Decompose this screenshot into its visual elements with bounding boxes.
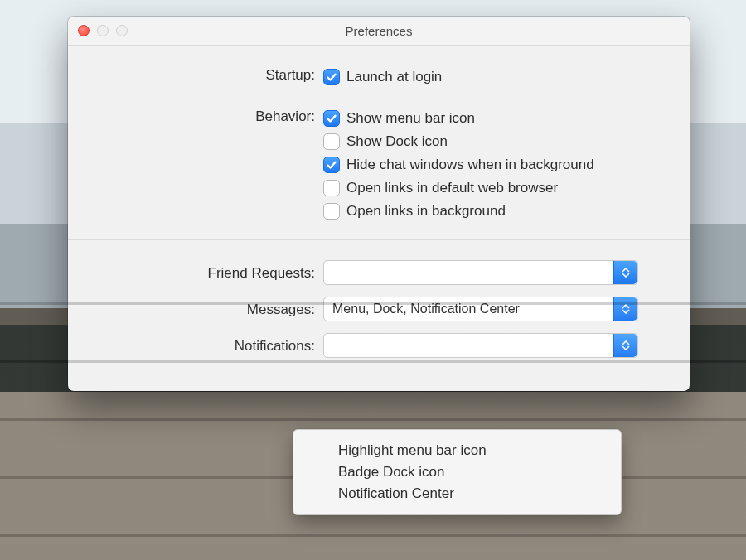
notifications-row: Notifications:: [99, 333, 658, 358]
hide-chat-windows-label: Hide chat windows when in background: [346, 157, 594, 173]
notifications-label: Notifications:: [99, 336, 323, 355]
minimize-button[interactable]: [97, 25, 109, 36]
launch-at-login-label: Launch at login: [346, 69, 442, 85]
behavior-label: Behavior:: [99, 107, 323, 125]
notifications-select[interactable]: [323, 333, 638, 358]
open-links-default-checkbox[interactable]: [323, 180, 340, 196]
open-links-background-label: Open links in background: [346, 203, 506, 220]
chevron-up-down-icon: [613, 297, 637, 321]
dropdown-item-badge-dock[interactable]: Badge Dock icon: [293, 461, 621, 483]
notifications-dropdown-menu: Highlight menu bar icon Badge Dock icon …: [293, 429, 622, 515]
chevron-up-down-icon: [613, 261, 637, 284]
open-links-default-label: Open links in default web browser: [346, 180, 558, 196]
startup-label: Startup:: [99, 65, 323, 84]
zoom-button[interactable]: [116, 25, 128, 36]
preferences-window: Preferences Startup: Launch at login: [68, 17, 690, 391]
show-dock-icon-checkbox[interactable]: [323, 133, 340, 150]
window-title: Preferences: [346, 24, 413, 38]
friend-requests-select[interactable]: [323, 260, 638, 285]
show-menu-bar-icon-checkbox[interactable]: [323, 110, 340, 127]
behavior-row: Behavior: Show menu bar icon Show Dock i…: [99, 107, 658, 223]
messages-select[interactable]: Menu, Dock, Notification Center: [323, 297, 638, 321]
show-dock-icon-label: Show Dock icon: [346, 133, 448, 150]
friend-requests-row: Friend Requests:: [99, 260, 658, 285]
window-controls: [78, 25, 128, 36]
window-body: Startup: Launch at login Behavior:: [68, 46, 690, 391]
desktop-background: Preferences Startup: Launch at login: [0, 0, 746, 560]
open-links-background-checkbox[interactable]: [323, 203, 340, 220]
section-separator: [68, 239, 690, 240]
messages-label: Messages:: [99, 300, 323, 318]
dropdown-item-notification-center[interactable]: Notification Center: [293, 483, 621, 504]
launch-at-login-checkbox[interactable]: [323, 69, 340, 85]
messages-value: Menu, Dock, Notification Center: [324, 302, 613, 316]
chevron-up-down-icon: [613, 334, 637, 357]
messages-row: Messages: Menu, Dock, Notification Cente…: [99, 297, 658, 321]
window-titlebar: Preferences: [68, 17, 690, 46]
friend-requests-label: Friend Requests:: [99, 263, 323, 282]
show-menu-bar-icon-label: Show menu bar icon: [346, 110, 475, 127]
close-button[interactable]: [78, 25, 90, 36]
dropdown-item-highlight-menu[interactable]: Highlight menu bar icon: [293, 440, 621, 461]
hide-chat-windows-checkbox[interactable]: [323, 157, 340, 173]
startup-row: Startup: Launch at login: [99, 65, 658, 89]
